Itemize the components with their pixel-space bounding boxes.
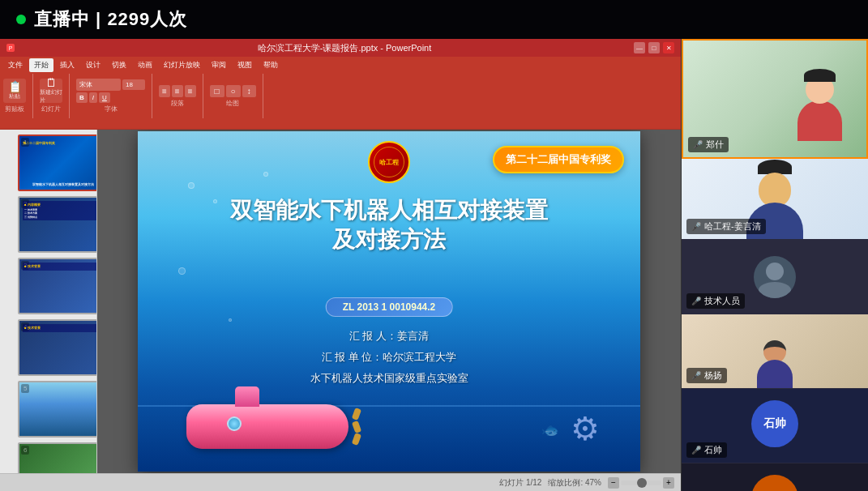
tab-view[interactable]: 视图 — [233, 58, 257, 72]
tab-review[interactable]: 审阅 — [207, 58, 231, 72]
participant-3-avatar — [754, 256, 796, 298]
participant-5-mic-icon: 🎤 — [691, 446, 701, 455]
zoom-slider[interactable] — [621, 480, 661, 485]
ppt-window-area: P 哈尔滨工程大学-课题报告.pptx - PowerPoint — □ ✕ 文… — [0, 39, 681, 491]
participant-card-3: 🎤 技术人员 — [682, 240, 868, 314]
ribbon-tabs: 文件 开始 插入 设计 切换 动画 幻灯片放映 审阅 视图 帮助 — [3, 58, 678, 72]
shape-arrange[interactable]: ↕ — [242, 85, 256, 97]
slide-title-line1: 双智能水下机器人相互对接装置 — [170, 196, 608, 225]
slide-thumb-1[interactable]: 1 第二十二届中国专利奖 双智能水下机器人相互对接装置及对接方法 — [18, 134, 97, 191]
participant-4-label: 🎤 杨扬 — [686, 368, 727, 383]
new-slide-icon: 🗒 — [45, 77, 57, 88]
italic-button[interactable]: I — [89, 92, 97, 103]
participant-1-head — [806, 75, 834, 104]
participant-3-avatar-head — [766, 263, 784, 280]
submarine-body — [186, 404, 348, 449]
ppt-title-bar: P 哈尔滨工程大学-课题报告.pptx - PowerPoint — □ ✕ — [0, 39, 681, 57]
zoom-level-text: 缩放比例: 47% — [548, 477, 601, 489]
participant-2-label: 🎤 哈工程-姜言清 — [686, 219, 766, 234]
participant-4-name: 杨扬 — [704, 369, 722, 382]
ribbon-group-slides: 🗒 新建幻灯片 幻灯片 — [40, 74, 70, 118]
live-indicator-dot — [16, 15, 26, 24]
tab-slideshow[interactable]: 幻灯片放映 — [159, 58, 205, 72]
new-slide-button[interactable]: 🗒 新建幻灯片 — [40, 79, 62, 103]
close-button[interactable]: ✕ — [663, 42, 674, 53]
submarine-propeller — [348, 408, 365, 445]
participant-1-hair — [804, 69, 836, 82]
participant-card-4: 🎤 杨扬 — [682, 314, 868, 389]
tab-design[interactable]: 设计 — [81, 58, 105, 72]
ribbon-group-paragraph: ≡ ≡ ≡ 段落 — [159, 74, 203, 118]
zoom-in-button[interactable]: + — [663, 477, 674, 489]
participant-5-name: 石帅 — [704, 444, 722, 456]
window-controls: — □ ✕ — [634, 42, 674, 53]
zoom-out-button[interactable]: − — [608, 477, 619, 489]
presenter-institution: 汇 报 单 位：哈尔滨工程大学 — [138, 347, 640, 368]
tab-animations[interactable]: 动画 — [133, 58, 157, 72]
tab-file[interactable]: 文件 — [3, 58, 28, 72]
live-status-text: 直播中 | 2299人次 — [34, 7, 187, 32]
ppt-icon: P — [6, 44, 15, 52]
zoom-controls: − + — [608, 477, 674, 489]
shape-rect[interactable]: □ — [210, 85, 224, 97]
participant-card-6: 生意 🎤 生意 — [682, 463, 868, 491]
participant-3-label: 🎤 技术人员 — [686, 293, 745, 309]
participant-1-mic-icon: 🎤 — [693, 140, 703, 149]
participant-1-label: 🎤 郑什 — [688, 137, 729, 152]
presentation-slide: 哈工程 第二十二届中国专利奖 双智能水下机器人相互对接装置 及对接方法 ZL 2… — [138, 131, 640, 472]
participant-card-1: 🎤 郑什 — [682, 39, 868, 159]
font-size-dropdown[interactable]: 18 — [122, 79, 145, 90]
participant-5-avatar-text: 石帅 — [763, 416, 786, 431]
ribbon-group-clipboard: 📋 粘贴 剪贴板 — [3, 74, 33, 118]
maximize-button[interactable]: □ — [648, 42, 660, 53]
ribbon-content: 📋 粘贴 剪贴板 🗒 新建幻灯片 幻灯片 — [3, 74, 678, 122]
participant-2-head — [759, 173, 791, 207]
slide-number-text: 幻灯片 1/12 — [499, 477, 541, 489]
tab-help[interactable]: 帮助 — [259, 58, 283, 72]
slide-editing-area[interactable]: 哈工程 第二十二届中国专利奖 双智能水下机器人相互对接装置 及对接方法 ZL 2… — [97, 130, 681, 473]
minimize-button[interactable]: — — [634, 42, 645, 53]
slide-thumb-2[interactable]: 2 ■ 内容概要 一 技术背景二 技术方案三 优势特点 — [18, 196, 97, 253]
participant-2-name: 哈工程-姜言清 — [704, 220, 761, 233]
align-left-button[interactable]: ≡ — [159, 85, 170, 97]
paste-button[interactable]: 📋 粘贴 — [3, 79, 26, 103]
shape-oval[interactable]: ○ — [226, 85, 241, 97]
ribbon-group-drawing: □ ○ ↕ 绘图 — [210, 74, 263, 118]
submarine-window — [227, 416, 242, 431]
tab-insert[interactable]: 插入 — [55, 58, 79, 72]
slide-thumb-3[interactable]: 3 ■ 技术背景 — [18, 258, 97, 314]
presenter-info: 汇 报 人：姜言清 汇 报 单 位：哈尔滨工程大学 水下机器人技术国家级重点实验… — [138, 326, 640, 389]
align-right-button[interactable]: ≡ — [185, 85, 196, 97]
fish-decoration: 🐟 — [541, 421, 559, 439]
slide-title-line2: 及对接方法 — [170, 225, 608, 254]
underline-button[interactable]: U — [99, 92, 110, 103]
submarine-tower — [235, 386, 259, 407]
participant-5-avatar-circle: 石帅 — [751, 400, 798, 447]
bold-button[interactable]: B — [76, 92, 88, 103]
presenter-lab: 水下机器人技术国家级重点实验室 — [138, 368, 640, 389]
participant-5-label: 🎤 石帅 — [686, 442, 727, 458]
paste-icon: 📋 — [8, 81, 22, 92]
tab-transitions[interactable]: 切换 — [107, 58, 131, 72]
participant-card-2: 🎤 哈工程-姜言清 — [682, 159, 868, 240]
participant-3-name: 技术人员 — [704, 295, 740, 307]
tab-home[interactable]: 开始 — [29, 58, 53, 72]
align-center-button[interactable]: ≡ — [172, 85, 183, 97]
ppt-body: 1 第二十二届中国专利奖 双智能水下机器人相互对接装置及对接方法 2 ■ 内容概… — [0, 130, 681, 473]
ppt-ribbon: 文件 开始 插入 设计 切换 动画 幻灯片放映 审阅 视图 帮助 📋 粘贴 — [0, 57, 681, 130]
zoom-slider-thumb — [637, 478, 647, 488]
award-badge: 第二十二届中国专利奖 — [493, 146, 624, 173]
slide-thumb-4[interactable]: 4 ■ 技术背景 — [18, 319, 97, 376]
participant-4-figure — [757, 340, 793, 388]
participant-3-mic-icon: 🎤 — [691, 297, 701, 305]
participant-1-body — [797, 100, 842, 141]
font-name-dropdown[interactable]: 宋体 — [76, 79, 121, 91]
slide-thumb-6[interactable]: 6 水下机器人 — [18, 442, 97, 473]
presenter-name: 汇 报 人：姜言清 — [138, 326, 640, 347]
ribbon-group-font: 宋体 18 B I U 字体 — [76, 74, 152, 118]
propeller-gear-icon: ⚙ — [571, 410, 600, 447]
slide-thumb-5[interactable]: 5 — [18, 381, 97, 438]
slide-main-title: 双智能水下机器人相互对接装置 及对接方法 — [138, 196, 640, 255]
participant-2-mic-icon: 🎤 — [691, 222, 701, 231]
participant-4-body — [757, 360, 793, 388]
